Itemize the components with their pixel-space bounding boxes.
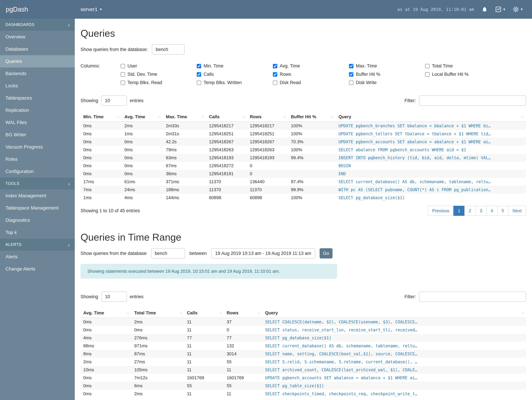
query-link[interactable]: SELECT pg_database_size($1) <box>338 195 405 200</box>
charts-menu-button[interactable]: ▾ <box>495 6 505 13</box>
column-option-min-time[interactable]: Min. Time <box>197 63 273 69</box>
notifications-button[interactable] <box>481 6 488 13</box>
column-header-buffer-hit[interactable]: Buffer Hit %↑↓ <box>288 113 336 122</box>
checkbox-temp-blks-written[interactable] <box>197 81 201 85</box>
column-header-max-time[interactable]: Max. Time↑↓ <box>163 113 206 122</box>
page-1[interactable]: 1 <box>453 206 465 216</box>
time-range-input[interactable] <box>211 248 315 259</box>
page-2[interactable]: 2 <box>464 206 475 216</box>
column-option-std-dev-time[interactable]: Std. Dev. Time <box>121 72 197 77</box>
checkbox-temp-blks-read[interactable] <box>121 81 125 85</box>
go-button[interactable]: Go <box>320 248 333 259</box>
column-header-calls[interactable]: Calls↑↓ <box>184 309 224 318</box>
sidebar-item-roles[interactable]: Roles <box>0 153 75 165</box>
sidebar-item-configuration[interactable]: Configuration <box>0 165 75 178</box>
sidebar-section-dashboards[interactable]: DASHBOARDS› <box>0 19 75 31</box>
checkbox-min-time[interactable] <box>197 64 201 68</box>
sidebar-item-diagnostics[interactable]: Diagnostics <box>0 214 75 226</box>
query-link[interactable]: SELECT name, setting, COALESCE(boot_val,… <box>265 352 417 356</box>
sidebar-item-wal-files[interactable]: WAL Files <box>0 116 75 129</box>
column-header-rows[interactable]: Rows↑↓ <box>224 309 262 318</box>
checkbox-rows[interactable] <box>273 72 277 77</box>
column-header-rows[interactable]: Rows↑↓ <box>247 113 288 122</box>
query-link[interactable]: SELECT status, receive_start_lsn, receiv… <box>265 328 417 332</box>
sidebar-item-alerts[interactable]: Alerts <box>0 251 75 263</box>
column-header-query[interactable]: Query↑↓ <box>336 113 526 122</box>
filter-input[interactable] <box>419 292 526 302</box>
column-option-local-buffer-hit[interactable]: Local Buffer Hit % <box>425 72 501 77</box>
column-option-calls[interactable]: Calls <box>197 72 273 77</box>
column-option-total-time[interactable]: Total Time <box>425 63 501 69</box>
sidebar-item-queries[interactable]: Queries <box>0 55 75 67</box>
column-option-rows[interactable]: Rows <box>273 72 349 77</box>
query-link[interactable]: BEGIN <box>338 164 351 168</box>
column-header-calls[interactable]: Calls↑↓ <box>206 113 247 122</box>
checkbox-disk-read[interactable] <box>273 81 277 85</box>
sidebar-item-change-alerts[interactable]: Change Alerts <box>0 263 75 275</box>
entries-count-input[interactable] <box>101 292 127 302</box>
page-next[interactable]: Next <box>508 206 526 216</box>
settings-menu-button[interactable]: ▾ <box>513 6 523 13</box>
page-previous[interactable]: Previous <box>428 206 454 216</box>
column-option-avg-time[interactable]: Avg. Time <box>273 63 349 69</box>
page-3[interactable]: 3 <box>475 206 487 216</box>
query-link[interactable]: UPDATE pgbench_branches SET bbalance = b… <box>338 124 491 128</box>
column-option-temp-blks-read[interactable]: Temp Blks. Read <box>121 80 197 85</box>
page-4[interactable]: 4 <box>486 206 498 216</box>
sidebar-item-replication[interactable]: Replication <box>0 104 75 116</box>
query-link[interactable]: SELECT current_database() AS db, scheman… <box>338 179 491 184</box>
query-link[interactable]: SELECT checkpoints_timed, checkpoints_re… <box>265 392 417 396</box>
checkbox-local-buffer-hit[interactable] <box>425 72 430 77</box>
query-link[interactable]: WITH pc AS (SELECT pubname, COUNT(*) AS … <box>338 187 491 192</box>
query-link[interactable]: UPDATE pgbench_tellers SET tbalance = tb… <box>338 132 491 136</box>
sidebar-item-tablespaces[interactable]: Tablespaces <box>0 92 75 104</box>
column-option-buffer-hit[interactable]: Buffer Hit % <box>349 72 425 77</box>
column-header-avg-time[interactable]: Avg. Time↑↓ <box>122 113 163 122</box>
page-5[interactable]: 5 <box>497 206 508 216</box>
sidebar-item-bg-writer[interactable]: BG Writer <box>0 129 75 141</box>
query-link[interactable]: SELECT S.relid, S.schemaname, S.relname,… <box>265 360 417 364</box>
sidebar-item-vacuum-progress[interactable]: Vacuum Progress <box>0 141 75 153</box>
sidebar-section-tools[interactable]: TOOLS› <box>0 178 75 190</box>
column-header-query[interactable]: Query↑↓ <box>262 309 526 318</box>
query-link[interactable]: SELECT pg_database_size($1) <box>265 336 331 340</box>
checkbox-calls[interactable] <box>197 72 201 77</box>
sidebar-item-overview[interactable]: Overview <box>0 31 75 43</box>
column-header-min-time[interactable]: Min. Time↑↓ <box>81 113 122 122</box>
checkbox-avg-time[interactable] <box>273 64 277 68</box>
query-link[interactable]: SELECT archived_count, COALESCE(last_arc… <box>265 368 417 372</box>
sidebar-item-index-management[interactable]: Index Management <box>0 190 75 202</box>
query-link[interactable]: UPDATE pgbench_accounts SET abalance = a… <box>338 140 491 144</box>
column-option-disk-read[interactable]: Disk Read <box>273 80 349 85</box>
database-input[interactable] <box>151 248 185 259</box>
column-option-disk-write[interactable]: Disk Write <box>349 80 425 85</box>
sidebar-item-top-k[interactable]: Top k <box>0 226 75 239</box>
sidebar-section-alerts[interactable]: ALERTS› <box>0 239 75 251</box>
column-header-avg-time[interactable]: Avg. Time↑↓ <box>81 309 132 318</box>
query-link[interactable]: SELECT abalance FROM pgbench_accounts WH… <box>338 147 466 152</box>
checkbox-max-time[interactable] <box>349 64 353 68</box>
checkbox-buffer-hit[interactable] <box>349 72 353 77</box>
sidebar-item-locks[interactable]: Locks <box>0 80 75 92</box>
sidebar-item-backends[interactable]: Backends <box>0 67 75 80</box>
query-link[interactable]: SELECT current_database() AS db, scheman… <box>265 343 417 348</box>
database-input[interactable] <box>152 44 184 55</box>
query-link[interactable]: INSERT INTO pgbench_history (tid, bid, a… <box>338 155 491 160</box>
checkbox-disk-write[interactable] <box>349 81 353 85</box>
filter-input[interactable] <box>419 95 526 106</box>
query-link[interactable]: SELECT pg_table_size($1) <box>265 383 324 388</box>
column-option-user[interactable]: User <box>121 63 197 69</box>
checkbox-user[interactable] <box>121 64 125 68</box>
query-link[interactable]: SELECT COALESCE(datname, $2), COALESCE(u… <box>265 320 417 324</box>
column-header-total-time[interactable]: Total Time↑↓ <box>132 309 184 318</box>
brand-logo[interactable]: pgDash <box>0 6 75 13</box>
sidebar-item-databases[interactable]: Databases <box>0 43 75 55</box>
checkbox-std-dev-time[interactable] <box>121 72 125 77</box>
server-selector[interactable]: server1 ▾ <box>81 6 102 12</box>
checkbox-total-time[interactable] <box>425 64 430 68</box>
query-link[interactable]: UPDATE pgbench_accounts SET abalance = a… <box>265 375 417 380</box>
sidebar-item-tablespace-management[interactable]: Tablespace Management <box>0 202 75 214</box>
column-option-max-time[interactable]: Max. Time <box>349 63 425 69</box>
entries-count-input[interactable] <box>101 95 127 106</box>
query-link[interactable]: END <box>338 171 346 176</box>
